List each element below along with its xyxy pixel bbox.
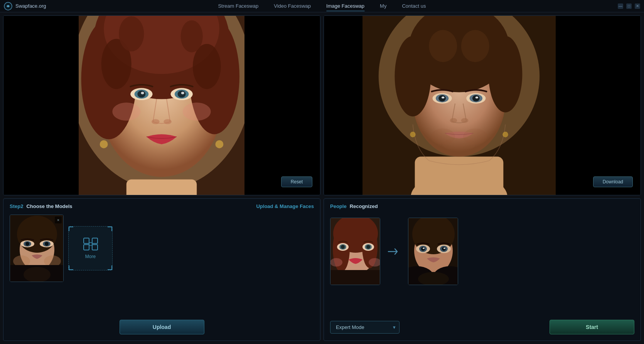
left-black-area [3,16,79,195]
svg-point-71 [89,243,92,246]
svg-point-51 [443,137,475,152]
svg-point-38 [461,30,489,62]
svg-point-26 [183,102,211,121]
svg-point-48 [461,118,469,123]
model-card-face-svg [10,215,64,282]
svg-point-97 [423,248,425,249]
bottom-row: Step2 Choose the Models Upload & Manage … [0,195,644,344]
right-black-area [244,16,320,195]
scan-frame: More [69,227,112,270]
brand-name: Swapface.org [15,3,46,9]
svg-point-25 [112,102,140,121]
source-image-content: Reset [3,16,320,195]
upload-button[interactable]: Upload [120,320,204,334]
svg-rect-68 [92,238,98,243]
nav-stream[interactable]: Stream Faceswap [218,2,258,10]
reset-button[interactable]: Reset [281,176,312,187]
svg-point-28 [215,140,223,148]
nav-contact[interactable]: Contact us [402,2,426,10]
svg-point-52 [410,132,416,138]
svg-point-82 [366,245,370,249]
recognized-face-target [408,218,458,285]
scan-corner-tr [108,227,112,231]
svg-point-83 [330,258,342,267]
bottom-right-actions: Expert Mode Basic Mode Auto Mode ▾ Start [324,320,641,334]
recog-target-svg [408,218,458,285]
arrow-container [386,246,402,257]
svg-point-27 [100,140,108,148]
upload-manage-label[interactable]: Upload & Manage Faces [256,203,314,209]
svg-point-21 [141,92,144,94]
mode-select[interactable]: Expert Mode Basic Mode Auto Mode [330,321,400,334]
svg-point-19 [137,91,145,97]
app-logo-icon [4,2,12,10]
bottom-right-panel: People Recognized [324,198,641,341]
svg-rect-85 [330,270,380,285]
result-left-black [324,16,362,195]
svg-point-37 [429,30,457,62]
result-image-panel: Download [324,15,641,195]
upload-button-wrap: Upload [120,320,204,334]
nav-image[interactable]: Image Faceswap [326,2,364,10]
more-label: More [85,254,96,259]
svg-point-35 [395,36,431,116]
result-face-area [362,16,556,195]
titlebar-brand-area: Swapface.org [4,2,46,10]
step2-title: Step2 Choose the Models [10,203,72,209]
models-row: × [10,215,314,282]
image-panels-row: Reset [0,12,644,195]
svg-point-24 [164,119,172,124]
source-face-svg [79,16,244,195]
start-button[interactable]: Start [550,320,634,334]
model-card-dicaprio[interactable]: × [10,215,64,282]
nav-menu: Stream Faceswap Video Faceswap Image Fac… [218,2,426,10]
scan-corner-tl [69,227,73,231]
source-image-panel: Reset [3,15,320,195]
recognized-faces-row [330,218,634,285]
close-button[interactable]: ✕ [635,3,640,9]
svg-point-12 [193,44,221,89]
svg-point-81 [341,245,345,249]
svg-point-47 [450,118,457,123]
result-right-black [556,16,641,195]
svg-point-53 [502,132,508,138]
model-card-close-button[interactable]: × [55,216,62,223]
result-face-svg [362,16,556,195]
scan-corner-bl [69,265,73,270]
svg-point-1 [7,5,9,7]
people-title: People Recognized [330,203,378,209]
nav-my[interactable]: My [380,2,386,10]
people-title-row: People Recognized [330,203,634,215]
step2-prefix: Step2 [10,203,23,209]
svg-point-45 [442,97,444,99]
people-prefix: People [330,203,347,209]
svg-point-14 [181,20,203,52]
source-face-area [79,16,244,195]
recognized-face-source [330,218,380,285]
svg-point-66 [24,267,51,282]
svg-point-62 [45,242,49,246]
result-image-content: Download [324,16,641,195]
scan-corner-br [108,265,112,270]
mode-select-wrap: Expert Mode Basic Mode Auto Mode ▾ [330,321,400,334]
svg-point-56 [17,216,57,253]
svg-point-36 [489,36,523,112]
svg-point-98 [443,248,445,249]
download-button[interactable]: Download [593,176,633,187]
svg-point-22 [181,92,184,94]
titlebar: Swapface.org Stream Faceswap Video Faces… [0,0,644,12]
svg-point-23 [152,119,160,124]
window-controls: — □ ✕ [618,3,640,9]
minimize-button[interactable]: — [618,3,623,9]
scan-icon [83,237,98,251]
svg-point-46 [475,97,478,99]
svg-rect-5 [126,180,197,195]
bottom-left-panel: Step2 Choose the Models Upload & Manage … [3,198,320,341]
nav-video[interactable]: Video Faceswap [274,2,311,10]
arrow-right-icon [386,246,402,257]
recog-source-svg [330,218,380,285]
maximize-button[interactable]: □ [626,3,632,9]
svg-point-61 [25,242,29,246]
more-card[interactable]: More [68,226,113,270]
step2-choose: Choose the Models [26,203,72,209]
